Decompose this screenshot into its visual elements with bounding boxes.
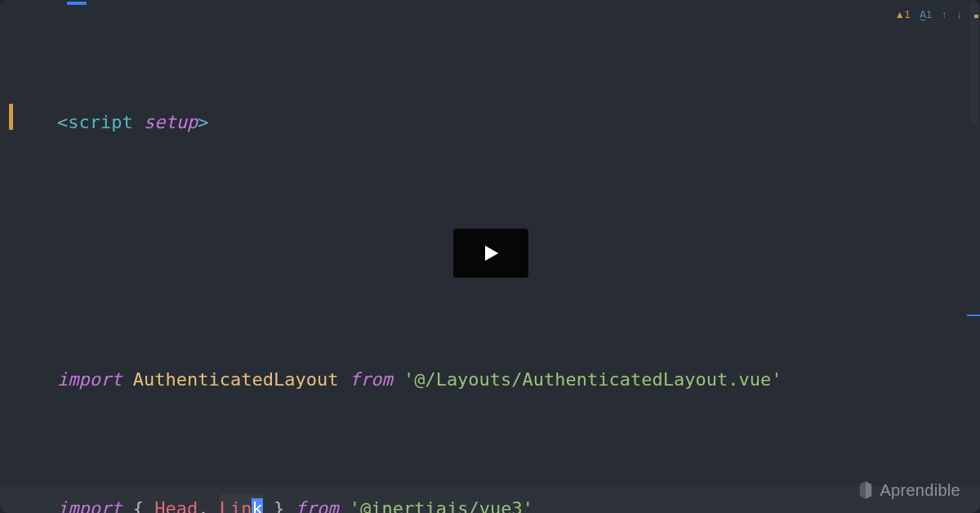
angle-open: < (57, 108, 68, 136)
kw-import: import (57, 365, 122, 394)
error-stripe[interactable] (974, 0, 978, 513)
scrollbar-thumb-icon[interactable] (970, 1, 978, 123)
identifier: Head (154, 494, 198, 513)
string-literal: @inertiajs/vue3 (360, 494, 523, 513)
active-tab-indicator (67, 2, 87, 5)
play-button[interactable] (453, 229, 528, 278)
warning-marker-icon[interactable] (974, 15, 978, 18)
text-cursor: k (252, 498, 262, 513)
string-literal: @/Layouts/AuthenticatedLayout.vue (414, 365, 771, 394)
watermark-text: Aprendible (880, 477, 960, 503)
identifier: AuthenticatedLayout (133, 365, 339, 394)
vcs-change-marker[interactable] (9, 104, 13, 130)
identifier-selected: Link (220, 494, 263, 513)
play-icon (479, 242, 502, 265)
tag-name: script (68, 108, 132, 136)
editor-gutter[interactable] (0, 0, 21, 513)
attr-name: setup (144, 108, 198, 136)
angle-close: > (198, 108, 208, 136)
code-line[interactable]: import AuthenticatedLayout from '@/Layou… (57, 359, 970, 401)
code-line-active[interactable]: import { Head, Link } from '@inertiajs/v… (0, 487, 980, 513)
brand-logo-icon (858, 481, 873, 499)
viewport-marker-icon (967, 314, 980, 316)
kw-from: from (295, 494, 338, 513)
watermark: Aprendible (858, 477, 960, 503)
kw-from: from (350, 365, 393, 394)
kw-import: import (57, 494, 122, 513)
code-line[interactable]: <script setup> (57, 101, 970, 144)
